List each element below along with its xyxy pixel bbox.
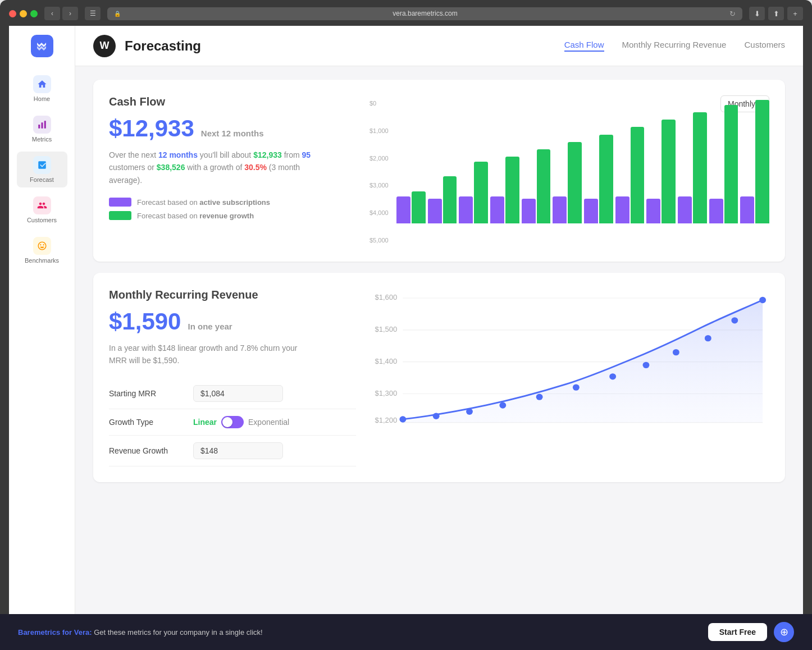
dot-red[interactable]	[9, 10, 16, 17]
page-content: Cash Flow $12,933 Next 12 months Over th…	[75, 66, 803, 650]
bar-purple	[522, 199, 536, 223]
mrr-chart-area: $1,600 $1,500 $1,400 $1,300 $1,200	[369, 289, 769, 466]
sidebar: Home Metrics Forecast Customers	[9, 26, 75, 650]
banner-brand: Baremetrics for Vera:	[18, 628, 92, 637]
home-icon	[33, 75, 51, 93]
svg-text:$1,500: $1,500	[375, 326, 397, 334]
dot-yellow[interactable]	[20, 10, 27, 17]
revenue-growth-row: Revenue Growth	[109, 436, 356, 466]
y-label-4000: $4,000	[369, 209, 396, 216]
sidebar-item-metrics[interactable]: Metrics	[17, 111, 67, 147]
cash-flow-chart-area: Monthly ▾ $5,000 $4,000 $3,000 $2,000	[369, 95, 769, 246]
cf-desc-amount: $12,933	[253, 150, 282, 159]
bars-area	[396, 100, 769, 246]
mrr-left: Monthly Recurring Revenue $1,590 In one …	[109, 289, 356, 466]
download-button[interactable]: ⬇	[749, 7, 765, 20]
nav-cash-flow[interactable]: Cash Flow	[564, 40, 604, 52]
banner-text: Baremetrics for Vera: Get these metrics …	[18, 628, 263, 637]
bar-green	[412, 191, 426, 223]
svg-point-16	[499, 402, 506, 408]
bar-green	[474, 162, 488, 223]
browser-nav: ‹ ›	[44, 7, 78, 20]
refresh-icon[interactable]: ↻	[729, 10, 736, 18]
app-logo[interactable]	[31, 35, 53, 57]
mrr-desc-end: .	[177, 356, 179, 365]
mrr-desc-churn: 7.8%	[240, 344, 258, 353]
bar-green	[443, 176, 457, 223]
help-button[interactable]: ⊕	[774, 622, 794, 642]
svg-rect-0	[38, 125, 40, 129]
nav-mrr[interactable]: Monthly Recurring Revenue	[622, 40, 727, 52]
bar-green	[662, 120, 676, 223]
benchmarks-icon	[33, 237, 51, 255]
browser-actions: ⬇ ⬆ +	[749, 7, 803, 20]
mrr-body: Monthly Recurring Revenue $1,590 In one …	[109, 289, 769, 466]
mrr-header: Monthly Recurring Revenue	[109, 289, 356, 301]
growth-type-label: Growth Type	[109, 418, 193, 427]
mrr-title: Monthly Recurring Revenue	[109, 289, 258, 301]
starting-mrr-input[interactable]	[193, 385, 283, 402]
bar-green	[568, 142, 582, 223]
bar-purple	[740, 196, 754, 223]
svg-point-24	[759, 297, 766, 303]
y-label-2000: $2,000	[369, 155, 396, 162]
start-free-button[interactable]: Start Free	[708, 623, 767, 641]
y-label-5000: $5,000	[369, 237, 396, 244]
svg-text:$1,600: $1,600	[375, 294, 397, 302]
bottom-banner: Baremetrics for Vera: Get these metrics …	[0, 614, 812, 650]
bar-group	[615, 127, 645, 223]
sidebar-item-benchmarks[interactable]: Benchmarks	[17, 232, 67, 268]
bar-group	[522, 149, 551, 223]
mrr-value: $1,590 In one year	[109, 308, 356, 335]
svg-point-20	[643, 362, 650, 368]
bar-group	[428, 176, 457, 223]
bar-purple	[584, 199, 598, 223]
svg-text:$1,300: $1,300	[375, 389, 397, 397]
sidebar-item-home[interactable]: Home	[17, 71, 67, 107]
bar-green	[505, 157, 519, 223]
forward-button[interactable]: ›	[62, 7, 78, 20]
bar-purple	[646, 199, 660, 223]
growth-type-toggle[interactable]	[221, 416, 244, 428]
mrr-desc-prefix: In a year with	[109, 344, 158, 353]
svg-point-15	[466, 409, 473, 415]
share-button[interactable]: ⬆	[768, 7, 784, 20]
svg-point-22	[705, 335, 711, 341]
bar-group	[584, 135, 613, 223]
new-tab-button[interactable]: +	[787, 7, 803, 20]
sidebar-item-forecast[interactable]: Forecast	[17, 152, 67, 187]
dot-green[interactable]	[30, 10, 38, 17]
bar-group	[553, 142, 582, 223]
bar-group	[740, 100, 769, 223]
sidebar-label-benchmarks: Benchmarks	[25, 257, 59, 264]
bar-green	[599, 135, 613, 223]
header-left: W Forecasting	[93, 35, 201, 57]
bar-purple	[709, 199, 723, 223]
mrr-description: In a year with $148 linear growth and 7.…	[109, 342, 311, 367]
back-button[interactable]: ‹	[44, 7, 60, 20]
bar-green	[537, 149, 551, 223]
cash-flow-period: Next 12 months	[201, 129, 264, 138]
revenue-growth-input[interactable]	[193, 442, 283, 459]
bar-group	[709, 105, 738, 223]
legend-revenue-growth: Forecast based on revenue growth	[109, 211, 356, 220]
avatar: W	[93, 35, 116, 57]
bar-green	[631, 127, 645, 223]
cash-flow-body: Cash Flow $12,933 Next 12 months Over th…	[109, 95, 769, 246]
sidebar-label-metrics: Metrics	[32, 136, 52, 143]
legend-swatch-green	[109, 211, 131, 220]
mrr-card: Monthly Recurring Revenue $1,590 In one …	[93, 273, 785, 482]
sidebar-toggle[interactable]: ☰	[85, 7, 101, 20]
growth-type-control: Linear Exponential	[193, 416, 289, 428]
svg-rect-2	[44, 121, 45, 129]
growth-type-row: Growth Type Linear Exponential	[109, 409, 356, 436]
cf-desc-from: from	[282, 150, 302, 159]
nav-customers[interactable]: Customers	[744, 40, 785, 52]
sidebar-label-home: Home	[34, 95, 50, 102]
bar-group	[646, 120, 676, 223]
mrr-inputs: Starting MRR Growth Type Linear	[109, 378, 356, 466]
sidebar-item-customers[interactable]: Customers	[17, 192, 67, 228]
cash-flow-description: Over the next 12 months you'll bill abou…	[109, 149, 311, 186]
svg-point-17	[536, 394, 543, 400]
customers-icon	[33, 196, 51, 214]
